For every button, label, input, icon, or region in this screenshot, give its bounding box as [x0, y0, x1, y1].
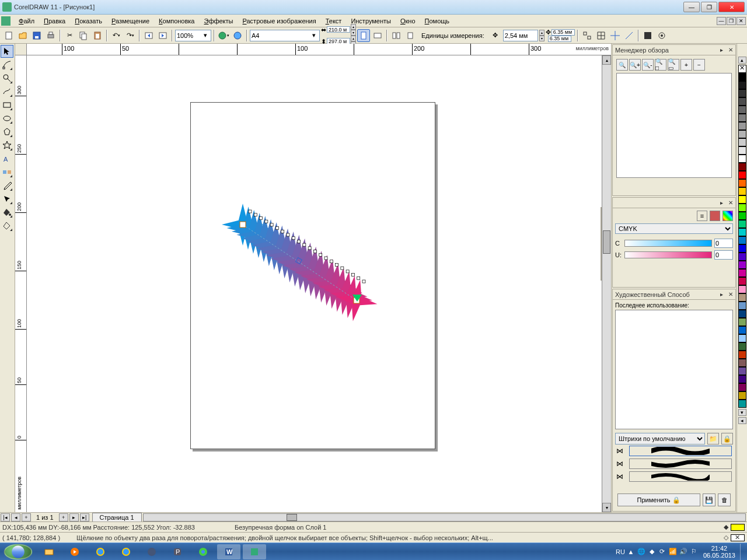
doc-close-button[interactable]: ✕ — [736, 17, 746, 25]
color-swatch[interactable] — [738, 375, 746, 383]
color-swatch[interactable] — [738, 65, 746, 73]
facing-button[interactable] — [404, 29, 417, 42]
color-swatch[interactable] — [738, 81, 746, 89]
minimize-button[interactable]: — — [683, 2, 700, 12]
options-button[interactable] — [655, 29, 668, 42]
save-stroke-button[interactable]: 💾 — [703, 494, 715, 506]
multipage-button[interactable] — [390, 29, 403, 42]
c-slider[interactable] — [624, 240, 712, 247]
print-button[interactable] — [44, 29, 57, 42]
paper-input[interactable] — [252, 32, 310, 39]
prev-page-button[interactable]: ◂ — [11, 513, 20, 522]
zoom-fit-button[interactable]: 🔍□ — [655, 59, 666, 71]
scroll-down-button[interactable]: ▾ — [602, 503, 611, 512]
spin-down[interactable]: ▾ — [539, 36, 544, 41]
taskbar-coreldraw[interactable] — [243, 544, 266, 559]
menu-bitmaps[interactable]: Растровые изображения — [238, 16, 321, 26]
text-tool[interactable]: A — [1, 152, 13, 165]
docker-menu-button[interactable]: ▸ — [717, 198, 726, 208]
zoom-input[interactable] — [177, 32, 201, 39]
taskbar-chrome[interactable] — [191, 544, 215, 559]
first-page-button[interactable]: |◂ — [1, 513, 10, 522]
rectangle-tool[interactable] — [1, 99, 13, 111]
spin-up[interactable]: ▴ — [351, 24, 356, 30]
dynamic-guides-button[interactable] — [623, 29, 636, 42]
docker-close-button[interactable]: ✕ — [726, 290, 735, 299]
spin-up[interactable]: ▴ — [539, 30, 544, 36]
spin-down[interactable]: ▾ — [351, 30, 356, 36]
color-swatch[interactable] — [738, 244, 746, 253]
menu-layout[interactable]: Размещение — [107, 16, 154, 26]
snap-grid-button[interactable] — [595, 29, 608, 42]
nudge-combo[interactable] — [503, 30, 538, 41]
open-button[interactable] — [16, 29, 29, 42]
page-width-input[interactable] — [327, 26, 350, 33]
show-desktop-button[interactable] — [740, 544, 745, 560]
zoom-combo[interactable]: ▾ — [175, 30, 211, 41]
next-page-button[interactable]: ▸ — [69, 513, 79, 522]
color-swatch[interactable] — [738, 334, 746, 342]
lock-button[interactable]: 🔒 — [721, 433, 733, 444]
import-button[interactable] — [142, 29, 155, 42]
zoom-11-button[interactable]: 🔍 — [616, 59, 628, 71]
eyedropper-tool[interactable] — [1, 179, 13, 192]
recent-strokes-list[interactable] — [615, 310, 733, 429]
color-swatch[interactable] — [738, 359, 746, 367]
horizontal-scrollbar[interactable] — [143, 513, 746, 522]
snap-objects-button[interactable] — [581, 29, 594, 42]
chevron-down-icon[interactable]: ▾ — [310, 32, 318, 39]
dup-x-input[interactable] — [551, 29, 575, 36]
outline-tool[interactable] — [1, 192, 13, 205]
color-swatch[interactable] — [738, 302, 746, 310]
zoom-page-button[interactable]: 🔍▭ — [668, 59, 679, 71]
color-swatch[interactable] — [738, 122, 746, 130]
docker-menu-button[interactable]: ▸ — [717, 290, 726, 299]
color-swatch[interactable] — [738, 342, 746, 351]
menu-file[interactable]: Файл — [14, 16, 39, 26]
close-button[interactable]: ✕ — [718, 2, 745, 12]
tray-updates-icon[interactable]: ⟳ — [658, 547, 667, 556]
menu-edit[interactable]: Правка — [39, 16, 70, 26]
menu-effects[interactable]: Эффекты — [199, 16, 238, 26]
delete-view-button[interactable]: − — [693, 59, 705, 71]
scroll-up-button[interactable]: ▴ — [602, 55, 611, 65]
redo-button[interactable]: ↷▾ — [124, 29, 137, 42]
color-swatch[interactable] — [738, 236, 746, 244]
blend-tool[interactable] — [1, 166, 13, 178]
undo-button[interactable]: ↶▾ — [110, 29, 123, 42]
tray-icon[interactable]: ▲ — [626, 547, 636, 556]
color-swatch[interactable] — [738, 204, 746, 212]
color-swatch[interactable] — [738, 253, 746, 261]
color-swatch[interactable] — [738, 351, 746, 359]
color-swatch[interactable] — [738, 269, 746, 277]
color-swatch[interactable] — [738, 212, 746, 220]
perfect-shapes-tool[interactable] — [1, 139, 13, 152]
docker-close-button[interactable]: ✕ — [726, 198, 735, 208]
fill-swatch[interactable] — [731, 524, 745, 531]
color-swatch[interactable] — [738, 367, 746, 375]
vertical-scrollbar[interactable]: ▴ ▾ — [602, 55, 611, 512]
color-swatch[interactable] — [738, 318, 746, 326]
scroll-thumb[interactable] — [287, 514, 297, 521]
color-swatch[interactable] — [738, 179, 746, 187]
menu-view[interactable]: Показать — [70, 16, 107, 26]
browse-button[interactable]: 📁 — [707, 433, 719, 444]
start-button[interactable] — [4, 544, 33, 559]
taskbar-pandora[interactable]: P — [166, 544, 189, 559]
snap-guidelines-button[interactable] — [609, 29, 622, 42]
tray-shield-icon[interactable]: ◆ — [647, 547, 657, 556]
corel-online-button[interactable] — [231, 29, 244, 42]
tray-flag-icon[interactable]: ⚐ — [689, 547, 699, 556]
palette-scroll-down[interactable]: ▾ — [738, 409, 746, 416]
stroke-item[interactable]: ⋈ — [616, 471, 732, 482]
color-swatch[interactable] — [738, 383, 746, 391]
color-swatch[interactable] — [738, 285, 746, 293]
spin-up[interactable]: ▴ — [351, 36, 356, 41]
u-slider[interactable] — [624, 251, 712, 258]
nudge-input[interactable] — [505, 32, 532, 39]
color-swatch[interactable] — [738, 277, 746, 285]
paper-combo[interactable]: ▾ — [250, 30, 320, 41]
stroke-list[interactable]: ⋈ ⋈ ⋈ — [615, 444, 733, 491]
color-swatch[interactable] — [738, 326, 746, 334]
doc-minimize-button[interactable]: — — [717, 17, 726, 25]
